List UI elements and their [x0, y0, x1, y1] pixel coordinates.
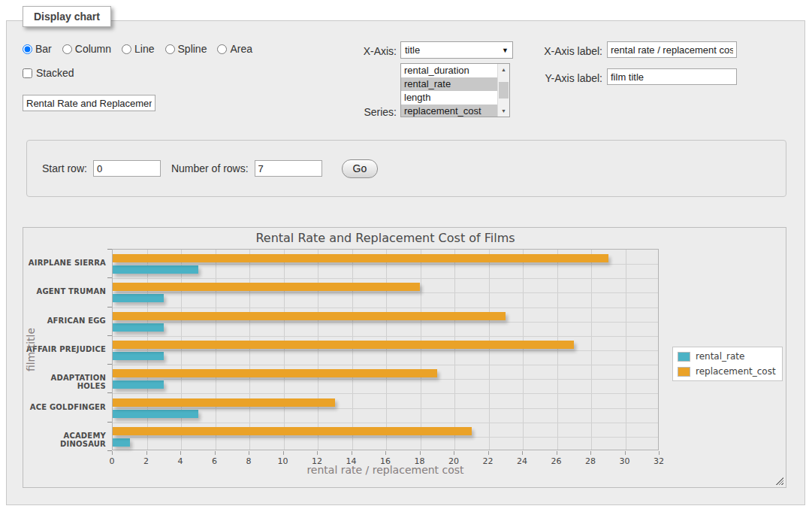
legend-label: rental_rate [696, 351, 744, 362]
gridline-horizontal [113, 264, 658, 265]
x-axis-title: rental rate / replacement cost [112, 464, 659, 476]
bar-replacement_cost [113, 254, 608, 262]
chart-container: Rental Rate and Replacement Cost of Film… [23, 227, 786, 488]
x-tick-mark [557, 451, 557, 455]
series-option-rental_rate[interactable]: rental_rate [401, 77, 497, 91]
gridline-vertical [249, 250, 250, 450]
chart-type-option-bar[interactable]: Bar [23, 43, 52, 55]
resize-handle-icon[interactable] [774, 476, 783, 485]
gridline-horizontal [113, 308, 658, 308]
x-tick-mark [112, 451, 113, 455]
stacked-checkbox[interactable] [23, 68, 32, 78]
stacked-label: Stacked [36, 67, 74, 79]
category-label: AFRICAN EGG [25, 317, 106, 325]
bar-replacement_cost [113, 312, 506, 320]
gridline-vertical [523, 250, 524, 450]
chart-type-option-column[interactable]: Column [62, 43, 111, 55]
gridline-horizontal [113, 292, 658, 293]
category-label: AFFAIR PREJUDICE [25, 345, 106, 353]
gridline-vertical [386, 250, 387, 450]
bar-replacement_cost [113, 341, 574, 349]
gridline-horizontal [113, 336, 658, 337]
x-axis-select-label: X-Axis: [323, 45, 397, 57]
x-tick-mark [215, 451, 216, 455]
gridline-horizontal [113, 350, 658, 351]
bar-rental_rate [113, 323, 164, 332]
chart-type-radio-area[interactable] [217, 44, 227, 54]
chart-title: Rental Rate and Replacement Cost of Film… [112, 231, 659, 245]
gridline-vertical [591, 250, 592, 450]
scrollbar-thumb[interactable] [499, 82, 509, 98]
series-option-replacement_cost[interactable]: replacement_cost [401, 105, 497, 117]
chart-type-label: Bar [35, 43, 52, 55]
chart-type-radio-bar[interactable] [23, 44, 32, 54]
bar-rental_rate [113, 438, 130, 447]
x-axis-label-caption: X-Axis label: [535, 45, 602, 57]
chart-type-radio-line[interactable] [122, 44, 131, 54]
x-axis-label-input[interactable] [607, 41, 737, 58]
gridline-vertical [284, 250, 285, 450]
chart-type-option-line[interactable]: Line [122, 43, 154, 55]
gridline-vertical [216, 250, 216, 450]
bar-rental_rate [113, 380, 164, 389]
gridline-vertical [489, 250, 490, 450]
bar-rental_rate [113, 352, 164, 360]
series-option-length[interactable]: length [401, 91, 497, 105]
gridline-vertical [181, 250, 182, 450]
num-rows-label: Number of rows: [171, 162, 249, 174]
y-axis-label-caption: Y-Axis label: [535, 72, 602, 84]
series-option-rental_duration[interactable]: rental_duration [401, 64, 497, 77]
chart-type-label: Line [134, 43, 154, 55]
chart-type-label: Area [230, 43, 252, 55]
gridline-vertical [557, 250, 558, 450]
plot-area [112, 249, 659, 450]
gridline-vertical [454, 250, 455, 450]
gridline-horizontal [113, 437, 658, 438]
gridline-vertical [318, 250, 318, 450]
bar-replacement_cost [113, 283, 420, 291]
gridline-horizontal [113, 393, 658, 394]
scroll-up-icon[interactable]: ▲ [498, 64, 509, 75]
x-axis-select[interactable]: title ▼ [400, 41, 513, 59]
scroll-down-icon[interactable]: ▼ [498, 105, 509, 117]
series-multiselect[interactable]: rental_durationrental_ratelengthreplacem… [400, 63, 510, 117]
go-button[interactable]: Go [342, 159, 379, 178]
x-tick-mark [385, 451, 386, 455]
x-tick-mark [249, 451, 249, 455]
start-row-input[interactable] [93, 160, 161, 177]
chart-type-radio-column[interactable] [62, 44, 72, 54]
category-label: ACADEMY DINOSAUR [25, 432, 106, 448]
scrollbar-track[interactable] [498, 75, 509, 105]
chart-type-option-area[interactable]: Area [217, 43, 252, 55]
x-tick-mark [420, 451, 421, 455]
chart-title-input[interactable] [23, 95, 155, 111]
fieldset-title: Display chart [23, 6, 111, 27]
y-axis-title: film title [25, 304, 37, 395]
x-tick-mark [317, 451, 318, 455]
chart-legend: rental_ratereplacement_cost [672, 347, 783, 381]
num-rows-input[interactable] [255, 160, 322, 177]
legend-item-rental_rate: rental_rate [678, 351, 776, 362]
gridline-horizontal [113, 365, 658, 365]
series-select-label: Series: [323, 106, 397, 118]
bar-replacement_cost [113, 398, 335, 407]
x-tick-mark [590, 451, 591, 455]
gridline-horizontal [113, 322, 658, 323]
chevron-down-icon: ▼ [502, 47, 509, 54]
legend-item-replacement_cost: replacement_cost [678, 366, 776, 377]
bar-rental_rate [113, 265, 198, 274]
series-options: rental_durationrental_ratelengthreplacem… [401, 64, 497, 117]
legend-swatch [678, 352, 690, 362]
row-controls-panel: Start row: Number of rows: Go [26, 140, 786, 197]
x-tick-mark [522, 451, 523, 455]
gridline-vertical [626, 250, 626, 450]
stacked-checkbox-row[interactable]: Stacked [23, 67, 74, 79]
gridline-vertical [352, 250, 353, 450]
gridline-horizontal [113, 278, 658, 279]
series-scrollbar[interactable]: ▲ ▼ [497, 64, 509, 117]
chart-type-radio-spline[interactable] [165, 44, 175, 54]
chart-type-option-spline[interactable]: Spline [165, 43, 207, 55]
x-tick-mark [625, 451, 626, 455]
y-axis-label-input[interactable] [607, 68, 737, 85]
gridline-horizontal [113, 408, 658, 409]
